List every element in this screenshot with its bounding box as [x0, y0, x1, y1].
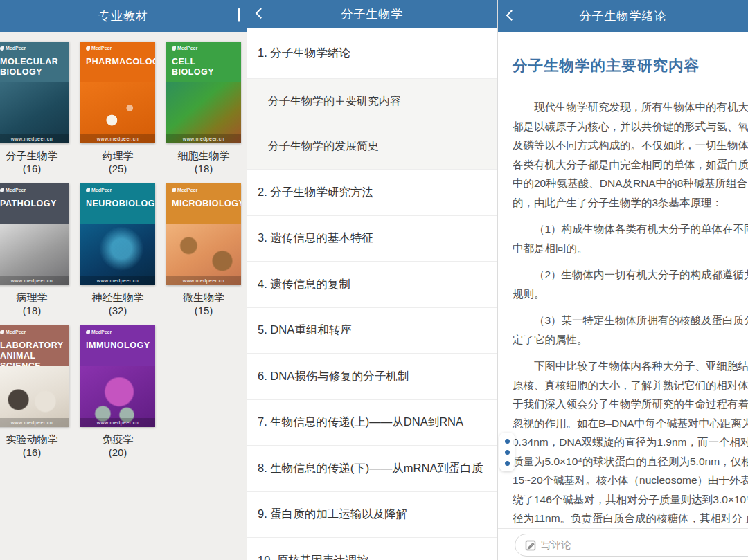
article-paragraph: 现代生物学研究发现，所有生物体中的有机大分子 都是以碳原子为核心，并以共价键的形…	[513, 98, 748, 212]
toc-title: 分子生物学	[341, 6, 404, 22]
toc-subblock: 分子生物学的主要研究内容 分子生物学的发展简史	[247, 79, 497, 170]
panel-reader: 分子生物学绪论 分子生物学的主要研究内容 现代生物学研究发现，所有生物体中的有机…	[497, 0, 748, 560]
book-label: 病理学(18)	[17, 291, 48, 317]
search-icon[interactable]	[238, 9, 247, 23]
cover-url: www.medpeer.cn	[166, 276, 241, 285]
reader-article: 分子生物学的主要研究内容 现代生物学研究发现，所有生物体中的有机大分子 都是以碳…	[513, 55, 748, 560]
book-immunology[interactable]: MedPeer IMMUNOLOGY www.medpeer.cn 免疫学(20…	[75, 325, 161, 459]
toc-chapter-1[interactable]: 1. 分子生物学绪论	[247, 28, 497, 79]
toc-list: 1. 分子生物学绪论 分子生物学的主要研究内容 分子生物学的发展简史 2. 分子…	[247, 28, 497, 560]
cover-url: www.medpeer.cn	[0, 276, 69, 285]
cover-url: www.medpeer.cn	[80, 134, 155, 143]
panel-library: 专业教材 MedPeer MOLECULAR BIOLOGY www.medpe…	[0, 0, 247, 560]
cover-url: www.medpeer.cn	[0, 134, 69, 143]
book-label: 神经生物学(32)	[92, 291, 144, 317]
article-paragraph: （2）生物体内一切有机大分子的构成都遵循共同的 规则。	[513, 265, 748, 303]
medpeer-logo-icon: MedPeer	[172, 188, 197, 192]
book-label: 药理学(25)	[103, 149, 134, 175]
toc-chapter-7[interactable]: 7. 生物信息的传递(上)——从DNA到RNA	[247, 400, 497, 446]
cover-title: MICROBIOLOGY	[172, 199, 238, 209]
book-label: 分子生物学(16)	[6, 149, 58, 175]
panel-toc: 分子生物学 1. 分子生物学绪论 分子生物学的主要研究内容 分子生物学的发展简史…	[247, 0, 497, 560]
reader-appbar: 分子生物学绪论	[498, 0, 748, 32]
toc-chapter-4[interactable]: 4. 遗传信息的复制	[247, 262, 497, 308]
toc-chapter-6[interactable]: 6. DNA损伤与修复的分子机制	[247, 354, 497, 400]
medpeer-logo-icon: MedPeer	[0, 329, 26, 334]
toc-appbar: 分子生物学	[247, 0, 497, 28]
toc-section-2[interactable]: 分子生物学的发展简史	[247, 124, 497, 169]
library-appbar: 专业教材	[0, 0, 247, 32]
app-screen: 专业教材 MedPeer MOLECULAR BIOLOGY www.medpe…	[0, 0, 748, 560]
book-label: 细胞生物学(18)	[178, 149, 230, 175]
medpeer-logo-icon: MedPeer	[86, 188, 112, 192]
book-molecular-biology[interactable]: MedPeer MOLECULAR BIOLOGY www.medpeer.cn…	[0, 42, 75, 175]
toc-chapter-3[interactable]: 3. 遗传信息的基本特征	[247, 216, 497, 262]
cover-title: PHARMACOLOGY	[86, 57, 152, 67]
cover-title: MOLECULAR BIOLOGY	[0, 57, 66, 78]
medpeer-logo-icon: MedPeer	[86, 46, 112, 51]
comment-placeholder: 写评论	[541, 539, 571, 552]
book-pharmacology[interactable]: MedPeer PHARMACOLOGY www.medpeer.cn 药理学(…	[75, 42, 161, 175]
edit-icon	[525, 540, 536, 551]
book-label: 免疫学(20)	[103, 433, 134, 459]
book-neurobiology[interactable]: MedPeer NEUROBIOLOGY www.medpeer.cn 神经生物…	[75, 183, 161, 317]
medpeer-logo-icon: MedPeer	[0, 188, 26, 192]
book-laboratory-animal-science[interactable]: MedPeer LABORATORY ANIMAL SCIENCE www.me…	[0, 325, 75, 459]
book-label: 实验动物学(16)	[6, 433, 58, 459]
toc-chapter-10[interactable]: 10. 原核基因表达调控	[247, 538, 497, 560]
cover-title: IMMUNOLOGY	[86, 341, 152, 351]
back-icon[interactable]	[256, 8, 267, 19]
book-pathology[interactable]: MedPeer PATHOLOGY www.medpeer.cn 病理学(18)	[0, 183, 75, 317]
toc-chapter-5[interactable]: 5. DNA重组和转座	[247, 308, 497, 354]
back-icon[interactable]	[506, 10, 517, 21]
toc-chapter-8[interactable]: 8. 生物信息的传递(下)——从mRNA到蛋白质	[247, 446, 497, 492]
toc-section-1[interactable]: 分子生物学的主要研究内容	[247, 79, 497, 124]
article-paragraph: （3）某一特定生物体所拥有的核酸及蛋白质分子决 定了它的属性。	[513, 311, 748, 349]
book-cell-biology[interactable]: MedPeer CELL BIOLOGY www.medpeer.cn 细胞生物…	[161, 42, 247, 175]
toc-chapter-9[interactable]: 9. 蛋白质的加工运输以及降解	[247, 492, 497, 539]
medpeer-logo-icon: MedPeer	[0, 46, 26, 51]
medpeer-logo-icon: MedPeer	[172, 46, 197, 51]
drag-handle-icon[interactable]	[499, 433, 515, 471]
book-microbiology[interactable]: MedPeer MICROBIOLOGY www.medpeer.cn 微生物学…	[161, 183, 247, 317]
cover-title: PATHOLOGY	[0, 199, 66, 209]
cover-url: www.medpeer.cn	[80, 276, 155, 285]
cover-title: NEUROBIOLOGY	[86, 199, 152, 209]
comment-bar: 写评论	[498, 528, 748, 560]
book-grid: MedPeer MOLECULAR BIOLOGY www.medpeer.cn…	[0, 32, 247, 467]
cover-url: www.medpeer.cn	[0, 418, 69, 427]
comment-input[interactable]: 写评论	[515, 534, 748, 557]
book-label: 微生物学(15)	[183, 291, 224, 317]
reader-title: 分子生物学绪论	[580, 8, 667, 24]
article-heading: 分子生物学的主要研究内容	[513, 55, 748, 75]
cover-url: www.medpeer.cn	[80, 418, 155, 427]
article-paragraph: （1）构成生物体各类有机大分子的单体在不同生物 中都是相同的。	[513, 219, 748, 258]
toc-chapter-2[interactable]: 2. 分子生物学研究方法	[247, 170, 497, 216]
cover-url: www.medpeer.cn	[166, 134, 241, 143]
library-title: 专业教材	[98, 8, 148, 24]
medpeer-logo-icon: MedPeer	[86, 329, 112, 334]
cover-title: CELL BIOLOGY	[172, 57, 238, 78]
